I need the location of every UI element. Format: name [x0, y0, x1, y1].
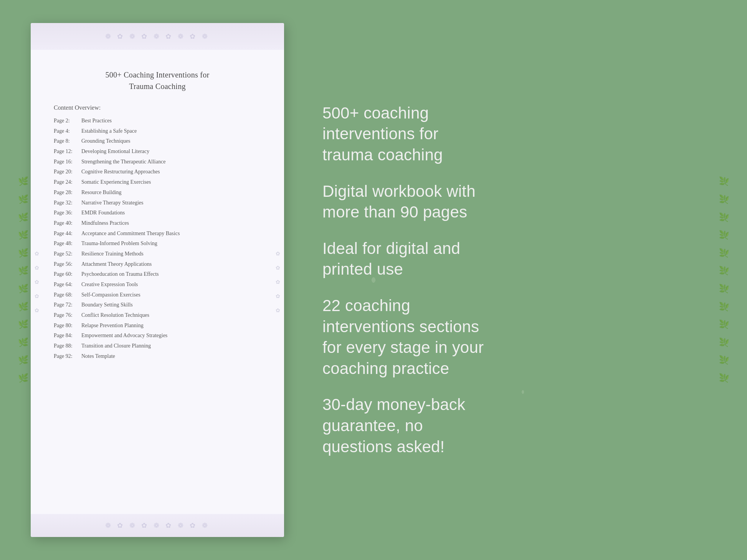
document-title: 500+ Coaching Interventions for Trauma C…	[54, 69, 261, 92]
toc-page-number: Page 2:	[54, 117, 81, 125]
info-block-4: 22 coachinginterventions sectionsfor eve…	[322, 295, 701, 379]
table-of-contents: Page 2: Best PracticesPage 4: Establishi…	[54, 117, 261, 361]
toc-title-text: Strengthening the Therapeutic Alliance	[81, 158, 165, 166]
doc-top-decoration	[31, 23, 284, 50]
main-container: ✿✿✿✿✿ ✿✿✿✿✿ 500+ Coaching Interventions …	[0, 0, 747, 560]
toc-page-number: Page 60:	[54, 270, 81, 278]
table-of-contents-item: Page 2: Best Practices	[54, 117, 261, 125]
toc-title-text: Boundary Setting Skills	[81, 301, 133, 309]
toc-page-number: Page 12:	[54, 147, 81, 156]
toc-title-text: Empowerment and Advocacy Strategies	[81, 331, 167, 340]
toc-title-text: Developing Emotional Literacy	[81, 147, 149, 156]
table-of-contents-item: Page 8: Grounding Techniques	[54, 137, 261, 145]
toc-page-number: Page 28:	[54, 188, 81, 197]
table-of-contents-item: Page 68: Self-Compassion Exercises	[54, 291, 261, 299]
toc-page-number: Page 8:	[54, 137, 81, 145]
doc-bottom-decoration	[31, 514, 284, 537]
toc-page-number: Page 40:	[54, 219, 81, 227]
table-of-contents-item: Page 28: Resource Building	[54, 188, 261, 197]
info-block-5: 30-day money-backguarantee, noquestions …	[322, 394, 701, 457]
table-of-contents-item: Page 16: Strengthening the Therapeutic A…	[54, 158, 261, 166]
toc-title-text: Creative Expression Tools	[81, 280, 138, 289]
table-of-contents-item: Page 12: Developing Emotional Literacy	[54, 147, 261, 156]
table-of-contents-item: Page 20: Cognitive Restructuring Approac…	[54, 168, 261, 176]
toc-page-number: Page 52:	[54, 250, 81, 258]
toc-title-text: Acceptance and Commitment Therapy Basics	[81, 229, 180, 238]
toc-title-text: Narrative Therapy Strategies	[81, 199, 143, 207]
document-inner: 500+ Coaching Interventions for Trauma C…	[31, 50, 284, 514]
toc-page-number: Page 32:	[54, 199, 81, 207]
toc-page-number: Page 88:	[54, 342, 81, 350]
toc-title-text: Attachment Theory Applications	[81, 260, 152, 268]
table-of-contents-item: Page 80: Relapse Prevention Planning	[54, 321, 261, 330]
table-of-contents-item: Page 4: Establishing a Safe Space	[54, 127, 261, 135]
toc-title-text: EMDR Foundations	[81, 209, 125, 217]
toc-title-text: Best Practices	[81, 117, 112, 125]
table-of-contents-item: Page 84: Empowerment and Advocacy Strate…	[54, 331, 261, 340]
info-block-2: Digital workbook withmore than 90 pages	[322, 181, 701, 223]
toc-page-number: Page 68:	[54, 291, 81, 299]
table-of-contents-item: Page 64: Creative Expression Tools	[54, 280, 261, 289]
toc-page-number: Page 80:	[54, 321, 81, 330]
toc-page-number: Page 36:	[54, 209, 81, 217]
table-of-contents-item: Page 24: Somatic Experiencing Exercises	[54, 178, 261, 186]
toc-title-text: Mindfulness Practices	[81, 219, 129, 227]
toc-title-text: Self-Compassion Exercises	[81, 291, 140, 299]
toc-page-number: Page 92:	[54, 352, 81, 361]
toc-title-text: Relapse Prevention Planning	[81, 321, 144, 330]
toc-page-number: Page 20:	[54, 168, 81, 176]
toc-title-text: Resource Building	[81, 188, 122, 197]
table-of-contents-item: Page 36: EMDR Foundations	[54, 209, 261, 217]
toc-title-text: Establishing a Safe Space	[81, 127, 137, 135]
toc-page-number: Page 64:	[54, 280, 81, 289]
table-of-contents-item: Page 48: Trauma-Informed Problem Solving	[54, 239, 261, 248]
toc-title-text: Grounding Techniques	[81, 137, 130, 145]
table-of-contents-item: Page 56: Attachment Theory Applications	[54, 260, 261, 268]
toc-page-number: Page 16:	[54, 158, 81, 166]
toc-title-text: Psychoeducation on Trauma Effects	[81, 270, 159, 278]
toc-title-text: Trauma-Informed Problem Solving	[81, 239, 157, 248]
content-overview-label: Content Overview:	[54, 104, 261, 111]
table-of-contents-item: Page 60: Psychoeducation on Trauma Effec…	[54, 270, 261, 278]
table-of-contents-item: Page 92: Notes Template	[54, 352, 261, 361]
toc-page-number: Page 48:	[54, 239, 81, 248]
toc-page-number: Page 84:	[54, 331, 81, 340]
toc-title-text: Somatic Experiencing Exercises	[81, 178, 151, 186]
toc-title-text: Notes Template	[81, 352, 115, 361]
table-of-contents-item: Page 52: Resilience Training Methods	[54, 250, 261, 258]
info-block-1: 500+ coachinginterventions fortrauma coa…	[322, 103, 701, 166]
info-panel: 500+ coachinginterventions fortrauma coa…	[307, 95, 716, 465]
document-panel: ✿✿✿✿✿ ✿✿✿✿✿ 500+ Coaching Interventions …	[31, 23, 284, 537]
table-of-contents-item: Page 88: Transition and Closure Planning	[54, 342, 261, 350]
toc-page-number: Page 24:	[54, 178, 81, 186]
toc-page-number: Page 56:	[54, 260, 81, 268]
table-of-contents-item: Page 40: Mindfulness Practices	[54, 219, 261, 227]
toc-page-number: Page 4:	[54, 127, 81, 135]
info-block-3: Ideal for digital andprinted use	[322, 238, 701, 280]
table-of-contents-item: Page 44: Acceptance and Commitment Thera…	[54, 229, 261, 238]
toc-title-text: Transition and Closure Planning	[81, 342, 151, 350]
toc-title-text: Resilience Training Methods	[81, 250, 144, 258]
toc-title-text: Conflict Resolution Techniques	[81, 311, 149, 320]
table-of-contents-item: Page 76: Conflict Resolution Techniques	[54, 311, 261, 320]
table-of-contents-item: Page 32: Narrative Therapy Strategies	[54, 199, 261, 207]
toc-page-number: Page 76:	[54, 311, 81, 320]
toc-title-text: Cognitive Restructuring Approaches	[81, 168, 160, 176]
table-of-contents-item: Page 72: Boundary Setting Skills	[54, 301, 261, 309]
toc-page-number: Page 44:	[54, 229, 81, 238]
toc-page-number: Page 72:	[54, 301, 81, 309]
